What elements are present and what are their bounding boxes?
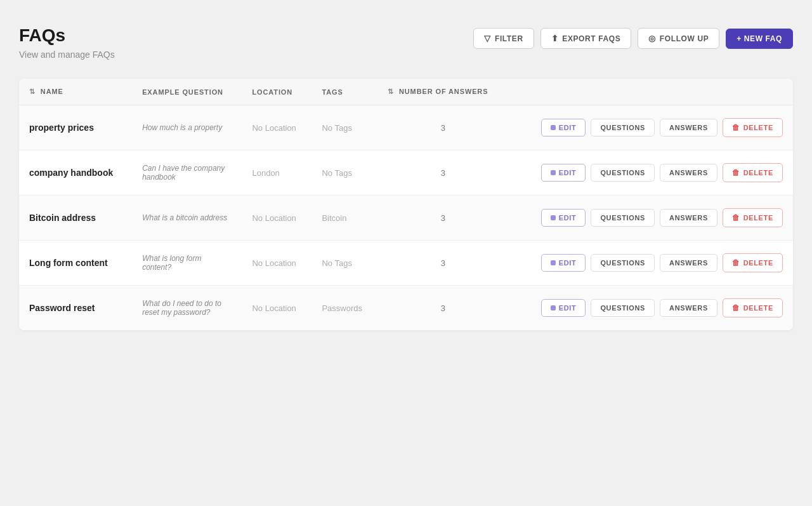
cell-location-0: No Location: [242, 105, 311, 150]
cell-tags-1: No Tags: [311, 150, 377, 196]
col-location: LOCATION: [242, 79, 311, 105]
answers-button-1[interactable]: ANSWERS: [660, 164, 717, 182]
col-actions: [509, 79, 793, 105]
questions-button-2[interactable]: QUESTIONS: [591, 209, 655, 227]
delete-button-2[interactable]: 🗑 DELETE: [723, 208, 783, 227]
col-tags: TAGS: [311, 79, 377, 105]
export-icon: ⬆: [551, 34, 559, 43]
col-number-of-answers[interactable]: ⇅ NUMBER OF ANSWERS: [377, 79, 508, 105]
faqs-table-container: ⇅ NAME EXAMPLE QUESTION LOCATION TAGS ⇅: [19, 79, 793, 330]
new-faq-button[interactable]: + NEW FAQ: [726, 29, 793, 49]
delete-button-3[interactable]: 🗑 DELETE: [723, 253, 783, 272]
table-row: property prices How much is a property N…: [19, 105, 793, 150]
trash-icon-4: 🗑: [732, 303, 740, 312]
sort-icon-name: ⇅: [29, 88, 36, 96]
cell-tags-0: No Tags: [311, 105, 377, 150]
trash-icon-0: 🗑: [732, 123, 740, 132]
col-example-question: EXAMPLE QUESTION: [132, 79, 242, 105]
cell-example-1: Can I have the company handbook: [132, 150, 242, 196]
filter-button[interactable]: ▽ FILTER: [473, 28, 534, 49]
trash-icon-3: 🗑: [732, 258, 740, 267]
header-actions: ▽ FILTER ⬆ EXPORT FAQS ◎ FOLLOW UP + NEW…: [473, 28, 793, 49]
cell-tags-2: Bitcoin: [311, 196, 377, 241]
edit-button-4[interactable]: EDIT: [541, 299, 586, 317]
cell-actions-0: EDIT QUESTIONS ANSWERS 🗑 DELETE: [509, 105, 793, 150]
table-row: Long form content What is long form cont…: [19, 241, 793, 286]
questions-button-1[interactable]: QUESTIONS: [591, 164, 655, 182]
questions-button-0[interactable]: QUESTIONS: [591, 119, 655, 136]
cell-actions-2: EDIT QUESTIONS ANSWERS 🗑 DELETE: [509, 196, 793, 241]
cell-actions-3: EDIT QUESTIONS ANSWERS 🗑 DELETE: [509, 241, 793, 286]
delete-button-1[interactable]: 🗑 DELETE: [723, 163, 783, 182]
table-row: Bitcoin address What is a bitcoin addres…: [19, 196, 793, 241]
questions-button-3[interactable]: QUESTIONS: [591, 254, 655, 272]
delete-button-4[interactable]: 🗑 DELETE: [723, 298, 783, 317]
table-row: Password reset What do I need to do to r…: [19, 286, 793, 331]
answers-button-2[interactable]: ANSWERS: [660, 209, 717, 227]
page-title: FAQs: [19, 25, 115, 46]
table-body: property prices How much is a property N…: [19, 105, 793, 331]
cell-count-2: 3: [377, 196, 508, 241]
table-row: company handbook Can I have the company …: [19, 150, 793, 196]
edit-icon-3: [551, 260, 556, 265]
follow-up-button[interactable]: ◎ FOLLOW UP: [638, 28, 719, 49]
cell-location-4: No Location: [242, 286, 311, 331]
cell-name-3: Long form content: [19, 241, 132, 286]
edit-button-0[interactable]: EDIT: [541, 119, 586, 136]
col-name[interactable]: ⇅ NAME: [19, 79, 132, 105]
cell-tags-3: No Tags: [311, 241, 377, 286]
faqs-table: ⇅ NAME EXAMPLE QUESTION LOCATION TAGS ⇅: [19, 79, 793, 330]
edit-button-3[interactable]: EDIT: [541, 254, 586, 272]
cell-example-4: What do I need to do to reset my passwor…: [132, 286, 242, 331]
edit-button-1[interactable]: EDIT: [541, 164, 586, 182]
answers-button-3[interactable]: ANSWERS: [660, 254, 717, 272]
trash-icon-1: 🗑: [732, 168, 740, 177]
cell-name-0: property prices: [19, 105, 132, 150]
questions-button-4[interactable]: QUESTIONS: [591, 299, 655, 317]
table-header: ⇅ NAME EXAMPLE QUESTION LOCATION TAGS ⇅: [19, 79, 793, 105]
cell-name-1: company handbook: [19, 150, 132, 196]
cell-tags-4: Passwords: [311, 286, 377, 331]
trash-icon-2: 🗑: [732, 213, 740, 222]
edit-icon-1: [551, 170, 556, 175]
filter-icon: ▽: [484, 34, 491, 43]
cell-example-3: What is long form content?: [132, 241, 242, 286]
follow-icon: ◎: [648, 34, 656, 43]
answers-button-4[interactable]: ANSWERS: [660, 299, 717, 317]
cell-location-2: No Location: [242, 196, 311, 241]
edit-icon-4: [551, 305, 556, 310]
cell-name-4: Password reset: [19, 286, 132, 331]
cell-example-0: How much is a property: [132, 105, 242, 150]
cell-example-2: What is a bitcoin address: [132, 196, 242, 241]
sort-icon-answers: ⇅: [388, 88, 394, 96]
edit-icon-2: [551, 215, 556, 220]
cell-count-1: 3: [377, 150, 508, 196]
cell-count-3: 3: [377, 241, 508, 286]
cell-location-1: London: [242, 150, 311, 196]
cell-count-4: 3: [377, 286, 508, 331]
export-faqs-button[interactable]: ⬆ EXPORT FAQS: [540, 28, 632, 49]
delete-button-0[interactable]: 🗑 DELETE: [723, 118, 783, 137]
cell-actions-1: EDIT QUESTIONS ANSWERS 🗑 DELETE: [509, 150, 793, 196]
cell-count-0: 3: [377, 105, 508, 150]
edit-icon-0: [551, 125, 556, 130]
answers-button-0[interactable]: ANSWERS: [660, 119, 717, 136]
header-left: FAQs View and manage FAQs: [19, 25, 115, 60]
page-subtitle: View and manage FAQs: [19, 50, 115, 60]
edit-button-2[interactable]: EDIT: [541, 209, 586, 227]
cell-name-2: Bitcoin address: [19, 196, 132, 241]
cell-location-3: No Location: [242, 241, 311, 286]
page-header: FAQs View and manage FAQs ▽ FILTER ⬆ EXP…: [19, 25, 793, 60]
cell-actions-4: EDIT QUESTIONS ANSWERS 🗑 DELETE: [509, 286, 793, 331]
